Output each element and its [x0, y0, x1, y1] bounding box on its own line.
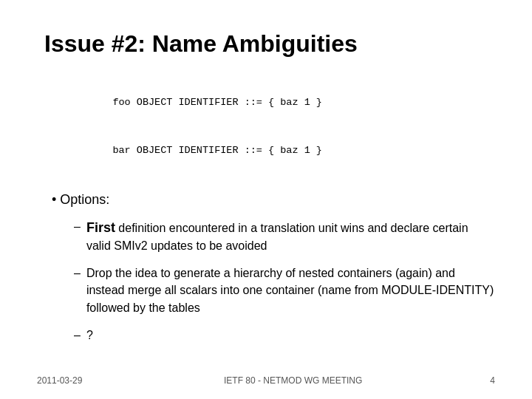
footer-date: 2011-03-29	[37, 375, 96, 386]
dash-3: –	[74, 327, 81, 344]
sub-bullet-1: – First definition encountered in a tran…	[74, 218, 495, 254]
sub-bullets-list: – First definition encountered in a tran…	[74, 218, 495, 344]
sub-bullet-text-2: Drop the idea to generate a hierarchy of…	[86, 265, 495, 316]
code-line-1: foo OBJECT IDENTIFIER ::= { baz 1 }	[112, 97, 322, 108]
options-section: • Options: – First definition encountere…	[52, 192, 495, 344]
slide: Issue #2: Name Ambiguities foo OBJECT ID…	[0, 0, 532, 399]
options-bullet: • Options:	[52, 192, 495, 208]
footer-center-text: IETF 80 - NETMOD WG MEETING	[96, 375, 490, 386]
slide-title: Issue #2: Name Ambiguities	[44, 30, 495, 58]
sub-bullet-text-1: First definition encountered in a transl…	[86, 218, 495, 254]
dash-1: –	[74, 218, 81, 235]
footer: 2011-03-29 IETF 80 - NETMOD WG MEETING 4	[0, 375, 532, 386]
sub-bullet-2: – Drop the idea to generate a hierarchy …	[74, 265, 495, 316]
sub-bullet-3: – ?	[74, 327, 495, 344]
bullet-dot: •	[52, 192, 60, 207]
sub-bullet-text-3: ?	[86, 327, 495, 344]
rest-text-1: definition encountered in a translation …	[86, 222, 468, 252]
first-word-1: First	[86, 220, 115, 235]
code-block: foo OBJECT IDENTIFIER ::= { baz 1 } bar …	[89, 78, 495, 174]
code-line-2: bar OBJECT IDENTIFIER ::= { baz 1 }	[112, 145, 322, 156]
options-label: Options:	[60, 192, 109, 207]
footer-page-number: 4	[490, 375, 495, 386]
dash-2: –	[74, 265, 81, 282]
